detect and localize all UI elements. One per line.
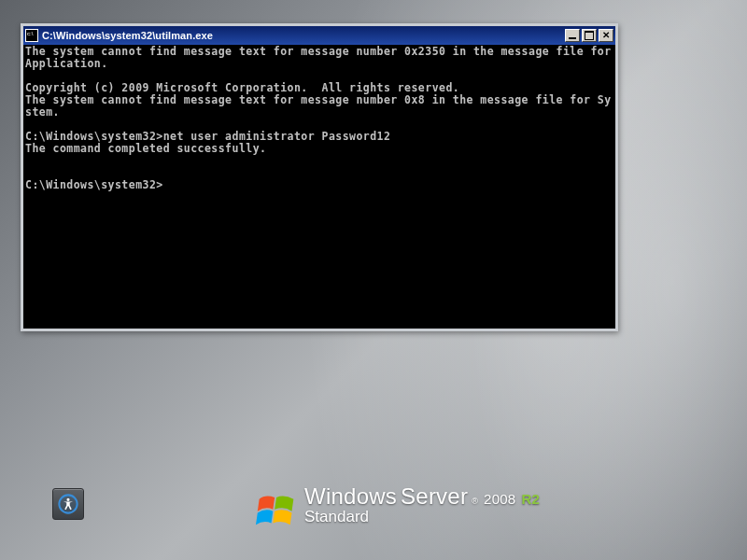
window-titlebar[interactable]: C:\Windows\system32\utilman.exe ✕	[23, 26, 615, 45]
minimize-button[interactable]	[565, 29, 580, 42]
window-controls: ✕	[565, 29, 613, 42]
terminal-prompt: C:\Windows\system32>	[25, 178, 163, 191]
close-button[interactable]: ✕	[599, 29, 613, 42]
branding-year: 2008	[484, 491, 515, 507]
terminal-line: C:\Windows\system32>net user administrat…	[25, 130, 390, 143]
terminal-line: The system cannot find message text for …	[25, 45, 615, 70]
windows-logo-icon	[256, 487, 297, 528]
branding-suffix: R2	[521, 491, 540, 507]
maximize-button[interactable]	[582, 29, 597, 42]
terminal-line: The command completed successfully.	[25, 142, 266, 155]
branding-server: Server	[401, 483, 468, 510]
ease-of-access-icon	[58, 494, 78, 514]
window-title: C:\Windows\system32\utilman.exe	[42, 30, 565, 41]
os-branding: Windows Server® 2008 R2 Standard	[256, 483, 540, 528]
branding-edition: Standard	[304, 508, 540, 526]
terminal-line: Copyright (c) 2009 Microsoft Corporation…	[25, 81, 459, 94]
branding-line-1: Windows Server® 2008 R2	[304, 483, 540, 510]
branding-windows: Windows	[304, 483, 397, 510]
terminal-line: The system cannot find message text for …	[25, 93, 612, 119]
terminal-output[interactable]: The system cannot find message text for …	[23, 45, 615, 329]
command-prompt-window: C:\Windows\system32\utilman.exe ✕ The sy…	[21, 23, 618, 331]
cmd-icon	[25, 29, 38, 42]
ease-of-access-button[interactable]	[52, 488, 84, 520]
